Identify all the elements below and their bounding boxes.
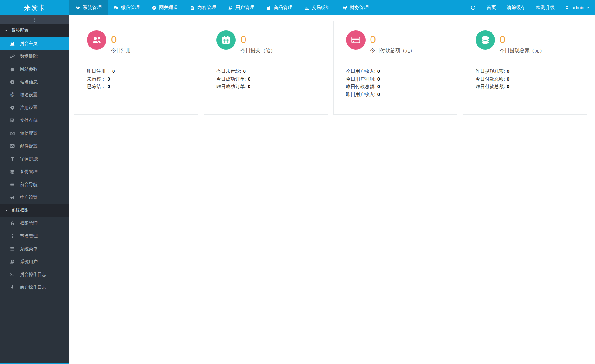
sidebar-section-system-perms[interactable]: 系统权限 (0, 204, 69, 217)
nav-item-wechat-mgmt[interactable]: 微信管理 (108, 0, 146, 15)
stat-row: 昨日成功订单:0 (216, 83, 327, 91)
stat-label: 今日提交（笔） (240, 47, 275, 54)
database-icon (9, 169, 15, 174)
divider (86, 62, 184, 62)
refresh-icon (471, 5, 476, 10)
stat-card-submit: 0 今日提交（笔） 今日未付款:0 今日成功订单:0 昨日成功订单:0 (204, 21, 328, 115)
sidebar-item-backup-mgmt[interactable]: 备份管理 (0, 165, 69, 178)
apple-icon (9, 67, 15, 72)
sidebar: 系统配置 后台主页 数据删除 网站参数 站点信息 域名设置 注册设置 文件存储 … (0, 15, 69, 364)
gear-icon (75, 5, 80, 10)
nav-item-label: 商品管理 (274, 5, 292, 11)
nav-item-user-mgmt[interactable]: 用户管理 (222, 0, 260, 15)
bars-icon (9, 182, 15, 187)
calendar-icon-badge (216, 30, 236, 50)
sidebar-item-sms-config[interactable]: 短信配置 (0, 127, 69, 140)
sidebar-item-register-settings[interactable]: 注册设置 (0, 101, 69, 114)
stat-card-payment: 0 今日付款总额（元） 今日用户收入:0 今日用户利润:0 昨日付款总额:0 昨… (333, 21, 457, 115)
main-menu: 系统管理 微信管理 网关通道 内容管理 用户管理 商品管理 交易明细 财务管理 (69, 0, 375, 15)
stat-card-register: 0 今日注册 昨日注册：0 未审核：0 已冻结：0 (74, 21, 198, 115)
sidebar-item-word-filter[interactable]: 字词过滤 (0, 152, 69, 165)
ellipsis-v-icon (32, 17, 38, 22)
sidebar-item-merchant-log[interactable]: 商户操作日志 (0, 281, 69, 294)
stat-row: 昨日注册：0 (87, 67, 198, 75)
nav-item-content-mgmt[interactable]: 内容管理 (184, 0, 222, 15)
divider (345, 62, 443, 62)
nav-item-label: 系统管理 (83, 5, 102, 11)
section-title: 系统配置 (11, 28, 29, 33)
gear-icon (9, 105, 15, 110)
stat-row: 今日未付款:0 (216, 67, 327, 75)
stat-row: 未审核：0 (87, 75, 198, 83)
sidebar-item-system-users[interactable]: 系统用户 (0, 255, 69, 268)
nav-item-label: 交易明细 (312, 5, 330, 11)
divider (475, 62, 572, 62)
section-title: 系统权限 (11, 207, 29, 213)
nav-item-transactions[interactable]: 交易明细 (298, 0, 336, 15)
nav-item-label: 用户管理 (235, 5, 254, 11)
nav-item-label: 财务管理 (350, 5, 369, 11)
nav-item-gateway[interactable]: 网关通道 (146, 0, 184, 15)
stat-row: 昨日提现总额:0 (476, 67, 587, 75)
nav-item-label: 内容管理 (197, 5, 216, 11)
stat-label: 今日提现总额（元） (500, 47, 545, 54)
stat-value: 0 (370, 34, 415, 45)
top-navbar: 来发卡 系统管理 微信管理 网关通道 内容管理 用户管理 商品管理 交易明细 (0, 0, 595, 15)
info-circle-icon (9, 79, 15, 85)
save-icon (9, 118, 15, 123)
sidebar-item-data-delete[interactable]: 数据删除 (0, 50, 69, 63)
refresh-button[interactable] (465, 0, 481, 15)
ellipsis-v-icon (9, 233, 15, 239)
shopping-bag-icon (266, 5, 271, 10)
stat-row: 今日成功订单:0 (216, 75, 327, 83)
credit-card-icon-badge (346, 30, 366, 50)
navbar-right: 首页 清除缓存 检测升级 admin (465, 0, 595, 15)
sidebar-item-promo-settings[interactable]: 推广设置 (0, 191, 69, 204)
lock-icon (9, 221, 15, 226)
sidebar-item-front-nav[interactable]: 前台导航 (0, 178, 69, 191)
sidebar-item-mail-config[interactable]: 邮件配置 (0, 140, 69, 152)
sidebar-item-dashboard[interactable]: 后台主页 (0, 37, 69, 50)
sidebar-bottom-accent (0, 363, 69, 364)
sidebar-item-system-menu[interactable]: 系统菜单 (0, 242, 69, 255)
stat-label: 今日付款总额（元） (370, 47, 415, 54)
wechat-icon (113, 5, 118, 10)
link-icon (9, 54, 15, 59)
stat-row: 今日用户利润:0 (346, 75, 457, 83)
stat-row: 昨日用户收入:0 (346, 91, 457, 98)
nav-item-finance-mgmt[interactable]: 财务管理 (336, 0, 375, 15)
stat-row: 昨日付款总额:0 (476, 83, 587, 91)
users-icon (9, 259, 15, 264)
sidebar-item-domain-settings[interactable]: 域名设置 (0, 88, 69, 101)
sidebar-item-admin-log[interactable]: 后台操作日志 (0, 268, 69, 281)
nav-item-label: 网关通道 (159, 5, 178, 11)
divider (216, 62, 313, 62)
user-menu[interactable]: admin (560, 0, 595, 15)
home-link[interactable]: 首页 (481, 0, 501, 15)
stat-value: 0 (500, 34, 545, 45)
nav-item-label: 微信管理 (121, 5, 140, 11)
stat-label: 今日注册 (111, 47, 131, 54)
sidebar-item-site-params[interactable]: 网站参数 (0, 63, 69, 76)
nav-item-system-mgmt[interactable]: 系统管理 (69, 0, 108, 15)
envelope-icon (9, 131, 15, 136)
users-icon (228, 5, 233, 10)
caret-down-icon (5, 29, 8, 32)
sidebar-collapse-toggle[interactable] (0, 15, 69, 24)
database-icon (480, 35, 490, 45)
stat-value: 0 (111, 34, 131, 45)
nav-item-product-mgmt[interactable]: 商品管理 (260, 0, 298, 15)
sidebar-item-site-info[interactable]: 站点信息 (0, 76, 69, 88)
brand-logo[interactable]: 来发卡 (0, 0, 69, 15)
stat-value: 0 (240, 34, 275, 45)
sidebar-item-file-storage[interactable]: 文件存储 (0, 114, 69, 127)
stat-row: 今日付款总额:0 (476, 75, 587, 83)
at-icon (9, 92, 15, 97)
check-upgrade-link[interactable]: 检测升级 (531, 0, 560, 15)
database-icon-badge (476, 30, 495, 50)
sidebar-item-node-mgmt[interactable]: 节点管理 (0, 230, 69, 242)
sidebar-item-perm-mgmt[interactable]: 权限管理 (0, 217, 69, 230)
sidebar-section-system-config[interactable]: 系统配置 (0, 24, 69, 37)
users-icon-badge (87, 30, 106, 50)
clear-cache-link[interactable]: 清除缓存 (501, 0, 531, 15)
